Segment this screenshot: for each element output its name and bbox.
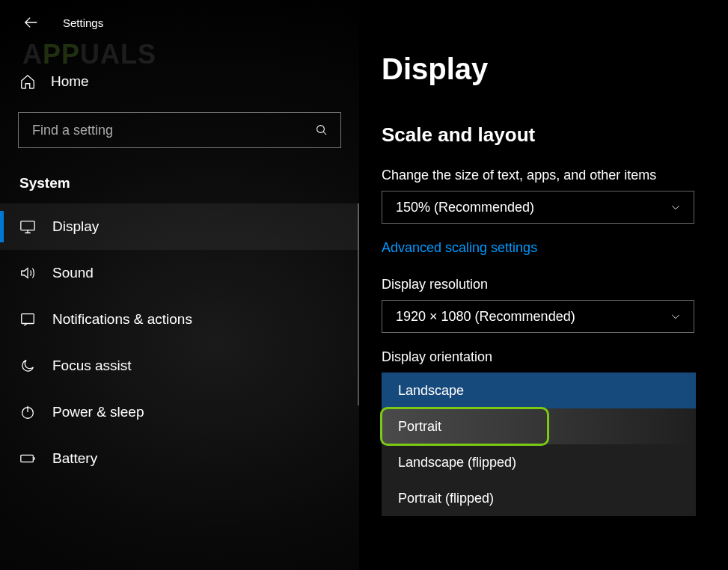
search-icon (315, 123, 328, 137)
scale-value: 150% (Recommended) (396, 200, 534, 215)
nav-item-label: Focus assist (52, 358, 132, 374)
nav-item-label: Battery (52, 450, 97, 467)
page-title: Display (382, 52, 712, 86)
search-input[interactable] (31, 122, 258, 139)
notifications-icon (19, 311, 36, 328)
nav-item-label: Notifications & actions (52, 311, 192, 328)
advanced-scaling-link[interactable]: Advanced scaling settings (382, 240, 712, 256)
orientation-option-portrait[interactable]: Portrait (382, 408, 696, 444)
home-label: Home (51, 73, 89, 90)
chevron-down-icon (670, 201, 682, 213)
orientation-dropdown[interactable]: Landscape Portrait Landscape (flipped) P… (382, 373, 696, 516)
orientation-option-landscape-flipped[interactable]: Landscape (flipped) (382, 444, 696, 480)
orientation-label: Display orientation (382, 349, 712, 365)
svg-rect-2 (22, 314, 34, 324)
resolution-value: 1920 × 1080 (Recommended) (396, 309, 575, 325)
content-pane: Display Scale and layout Change the size… (359, 0, 728, 570)
option-label: Portrait (flipped) (398, 491, 494, 506)
arrow-left-icon (23, 14, 40, 31)
nav-item-power-sleep[interactable]: Power & sleep (0, 389, 359, 435)
svg-point-0 (317, 126, 325, 133)
home-nav[interactable]: Home (0, 66, 359, 97)
search-box[interactable] (18, 112, 341, 148)
nav-item-notifications[interactable]: Notifications & actions (0, 296, 359, 343)
option-label: Portrait (398, 419, 441, 435)
orientation-option-portrait-flipped[interactable]: Portrait (flipped) (382, 480, 696, 516)
orientation-option-landscape[interactable]: Landscape (382, 373, 696, 408)
option-label: Landscape (398, 383, 464, 399)
sound-icon (19, 265, 36, 281)
monitor-icon (19, 218, 36, 235)
settings-sidebar: Settings APPUALS Home System Displ (0, 0, 359, 570)
power-icon (19, 404, 36, 420)
moon-icon (19, 358, 36, 374)
back-button[interactable] (22, 13, 40, 31)
nav-item-label: Display (52, 218, 99, 235)
home-icon (19, 73, 36, 90)
battery-icon (19, 450, 36, 467)
nav-item-sound[interactable]: Sound (0, 250, 359, 296)
nav-list: Display Sound Notifications & actions Fo… (0, 203, 359, 482)
scale-combobox[interactable]: 150% (Recommended) (382, 191, 694, 224)
nav-item-label: Power & sleep (52, 404, 144, 420)
window-title: Settings (63, 16, 103, 29)
nav-item-battery[interactable]: Battery (0, 435, 359, 482)
nav-item-label: Sound (52, 265, 94, 281)
resolution-combobox[interactable]: 1920 × 1080 (Recommended) (382, 300, 694, 333)
category-header: System (0, 168, 359, 203)
scale-label: Change the size of text, apps, and other… (382, 168, 712, 183)
nav-item-focus-assist[interactable]: Focus assist (0, 343, 359, 389)
section-title: Scale and layout (382, 123, 712, 147)
titlebar: Settings (0, 0, 359, 39)
resolution-label: Display resolution (382, 277, 712, 292)
nav-item-display[interactable]: Display (0, 203, 359, 250)
svg-rect-1 (21, 221, 34, 230)
svg-rect-4 (21, 455, 34, 462)
chevron-down-icon (670, 310, 682, 322)
option-label: Landscape (flipped) (398, 455, 516, 471)
